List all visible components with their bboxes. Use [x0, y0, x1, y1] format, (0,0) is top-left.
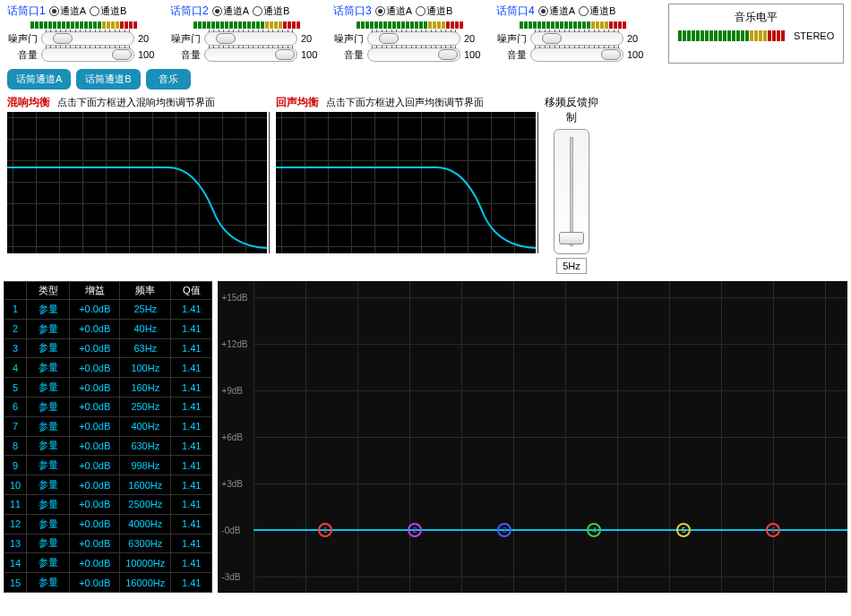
th-freq: 频率 — [120, 282, 171, 300]
noise-gate-value: 20 — [301, 33, 322, 44]
eq-node-2[interactable]: 2 — [408, 523, 422, 537]
eq-node-5[interactable]: 5 — [676, 523, 691, 537]
echo-eq-hint: 点击下面方框进入回声均衡调节界面 — [326, 96, 484, 109]
volume-value: 100 — [464, 49, 486, 60]
noise-gate-value: 20 — [464, 33, 486, 44]
eq-node-3[interactable]: 3 — [497, 523, 511, 537]
mic-title: 话筒口4 — [496, 4, 535, 19]
table-row[interactable]: 14参量+0.0dB10000Hz1.41 — [4, 553, 212, 573]
mic-title: 话筒口1 — [7, 4, 46, 19]
mic-level-meter — [333, 21, 486, 29]
mic-block-4: 话筒口4 通道A 通道B 噪声门 20 音量 100 — [496, 4, 649, 64]
table-row[interactable]: 10参量+0.0dB1600Hz1.41 — [4, 475, 212, 495]
table-row[interactable]: 5参量+0.0dB160Hz1.41 — [4, 378, 212, 398]
main-eq-graph[interactable]: +15dB+12dB+9dB+6dB+3dB-0dB-3dB123456 — [218, 281, 847, 593]
th-q: Q值 — [171, 282, 212, 300]
mic-title: 话筒口3 — [333, 4, 372, 19]
mic-title: 话筒口2 — [170, 4, 209, 19]
noise-gate-slider[interactable] — [367, 31, 460, 46]
mic-level-meter — [170, 21, 322, 29]
table-row[interactable]: 7参量+0.0dB400Hz1.41 — [4, 416, 212, 436]
mic-level-meter — [496, 21, 649, 29]
volume-label: 音量 — [7, 48, 38, 62]
noise-gate-value: 20 — [138, 33, 159, 44]
db-label: +9dB — [221, 386, 243, 396]
reverb-eq-title: 混响均衡 — [7, 95, 50, 110]
mic-block-1: 话筒口1 通道A 通道B 噪声门 20 音量 100 — [7, 4, 159, 64]
table-row[interactable]: 8参量+0.0dB630Hz1.41 — [4, 436, 212, 456]
echo-eq-title: 回声均衡 — [276, 95, 319, 110]
table-row[interactable]: 13参量+0.0dB6300Hz1.41 — [4, 534, 212, 553]
db-label: +6dB — [221, 432, 243, 442]
volume-slider[interactable] — [367, 47, 460, 62]
volume-label: 音量 — [496, 48, 527, 62]
volume-value: 100 — [301, 49, 322, 60]
noise-gate-slider[interactable] — [530, 31, 623, 46]
noise-gate-label: 噪声门 — [170, 32, 201, 46]
volume-slider[interactable] — [41, 47, 134, 62]
param-eq-table: 类型 增益 频率 Q值 1参量+0.0dB25Hz1.412参量+0.0dB40… — [4, 281, 212, 593]
bottom-row: 类型 增益 频率 Q值 1参量+0.0dB25Hz1.412参量+0.0dB40… — [0, 278, 851, 596]
music-level-panel: 音乐电平 STEREO — [668, 4, 844, 64]
db-label: +3dB — [221, 479, 243, 489]
eq-row: 混响均衡 点击下面方框进入混响均衡调节界面 回声均衡 点击下面方框进入回声均衡调… — [0, 91, 851, 278]
table-row[interactable]: 3参量+0.0dB63Hz1.41 — [4, 338, 212, 358]
table-row[interactable]: 2参量+0.0dB40Hz1.41 — [4, 319, 212, 338]
mic-channel-row: 话筒口1 通道A 通道B 噪声门 20 音量 100 话筒口2 通道A 通道B … — [0, 0, 851, 65]
db-label: +15dB — [221, 293, 247, 303]
feedback-value: 5Hz — [556, 258, 587, 274]
radio-channel-a[interactable] — [212, 6, 222, 16]
mic-level-meter — [7, 21, 159, 29]
tab-channel-a[interactable]: 话筒通道A — [7, 69, 71, 90]
channel-tabs: 话筒通道A 话筒通道B 音乐 — [0, 67, 851, 91]
volume-slider[interactable] — [530, 47, 623, 62]
volume-label: 音量 — [333, 48, 364, 62]
music-level-meter — [678, 30, 785, 41]
radio-channel-b[interactable] — [253, 6, 262, 16]
tab-channel-b[interactable]: 话筒通道B — [76, 69, 140, 90]
volume-label: 音量 — [170, 48, 201, 62]
feedback-slider[interactable] — [554, 129, 589, 254]
volume-slider[interactable] — [204, 47, 297, 62]
radio-channel-a[interactable] — [49, 6, 59, 16]
noise-gate-label: 噪声门 — [333, 32, 364, 46]
music-level-title: 音乐电平 — [678, 10, 834, 25]
table-row[interactable]: 9参量+0.0dB998Hz1.41 — [4, 456, 212, 475]
reverb-eq-hint: 点击下面方框进入混响均衡调节界面 — [57, 96, 215, 109]
radio-channel-b[interactable] — [579, 6, 589, 16]
table-row[interactable]: 4参量+0.0dB100Hz1.41 — [4, 358, 212, 378]
tab-music[interactable]: 音乐 — [146, 69, 191, 90]
stereo-label: STEREO — [794, 30, 834, 41]
eq-node-4[interactable]: 4 — [587, 523, 601, 537]
mic-block-2: 话筒口2 通道A 通道B 噪声门 20 音量 100 — [170, 4, 322, 64]
noise-gate-label: 噪声门 — [7, 32, 38, 46]
volume-value: 100 — [138, 49, 159, 60]
table-row[interactable]: 1参量+0.0dB25Hz1.41 — [4, 300, 212, 320]
table-row[interactable]: 12参量+0.0dB4000Hz1.41 — [4, 514, 212, 534]
db-label: +12dB — [221, 339, 247, 349]
db-label: -0dB — [221, 526, 240, 535]
reverb-eq-graph[interactable] — [7, 112, 267, 253]
db-label: -3dB — [221, 572, 240, 582]
radio-channel-b[interactable] — [90, 6, 99, 16]
noise-gate-value: 20 — [627, 33, 649, 44]
mic-block-3: 话筒口3 通道A 通道B 噪声门 20 音量 100 — [333, 4, 486, 64]
eq-node-6[interactable]: 6 — [766, 523, 780, 537]
noise-gate-label: 噪声门 — [496, 32, 527, 46]
eq-node-1[interactable]: 1 — [318, 523, 332, 537]
noise-gate-slider[interactable] — [204, 31, 297, 46]
radio-channel-a[interactable] — [538, 6, 548, 16]
table-row[interactable]: 15参量+0.0dB16000Hz1.41 — [4, 573, 212, 593]
radio-channel-b[interactable] — [416, 6, 426, 16]
volume-value: 100 — [627, 49, 649, 60]
th-gain: 增益 — [70, 282, 120, 300]
table-row[interactable]: 11参量+0.0dB2500Hz1.41 — [4, 494, 212, 514]
th-type: 类型 — [27, 282, 70, 300]
table-row[interactable]: 6参量+0.0dB250Hz1.41 — [4, 397, 212, 416]
radio-channel-a[interactable] — [375, 6, 385, 16]
feedback-title: 移频反馈抑制 — [545, 95, 598, 125]
noise-gate-slider[interactable] — [41, 31, 134, 46]
echo-eq-graph[interactable] — [276, 112, 536, 253]
